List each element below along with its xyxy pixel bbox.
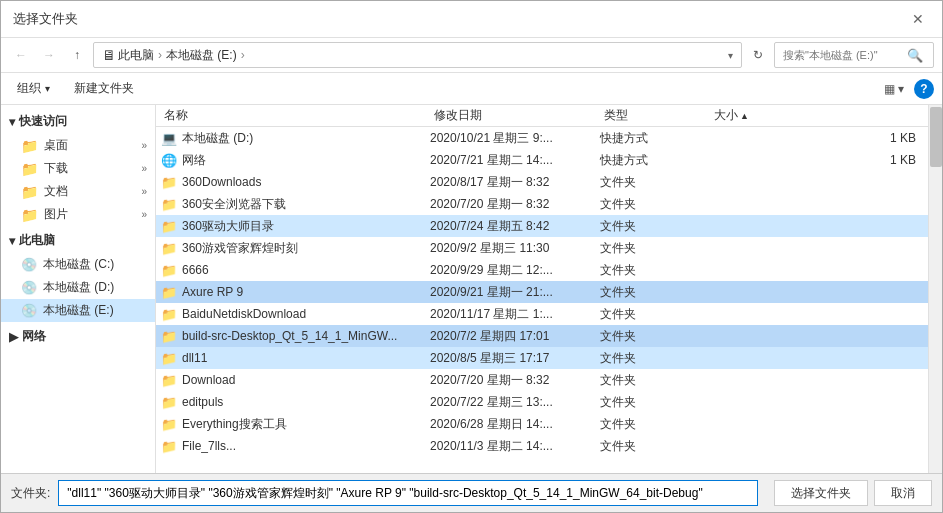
search-icon: 🔍 — [907, 48, 923, 63]
col-date-header[interactable]: 修改日期 — [430, 107, 600, 124]
table-row[interactable]: 🌐 网络 2020/7/21 星期二 14:... 快捷方式 1 KB — [156, 149, 928, 171]
filename-input[interactable] — [58, 480, 758, 506]
title-bar: 选择文件夹 ✕ — [1, 1, 942, 38]
table-row[interactable]: 📁 6666 2020/9/29 星期二 12:... 文件夹 — [156, 259, 928, 281]
table-row[interactable]: 📁 360游戏管家辉煌时刻 2020/9/2 星期三 11:30 文件夹 — [156, 237, 928, 259]
cancel-button[interactable]: 取消 — [874, 480, 932, 506]
table-row[interactable]: 📁 360Downloads 2020/8/17 星期一 8:32 文件夹 — [156, 171, 928, 193]
file-name: 360安全浏览器下载 — [182, 196, 430, 213]
sidebar-item-documents[interactable]: 📁 文档 » — [1, 180, 155, 203]
sidebar-item-pictures[interactable]: 📁 图片 » — [1, 203, 155, 226]
search-box[interactable]: 🔍 — [774, 42, 934, 68]
documents-arrow: » — [141, 186, 147, 197]
col-size-label: 大小 — [714, 107, 738, 124]
new-folder-label: 新建文件夹 — [74, 80, 134, 97]
quick-access-expand-icon: ▾ — [9, 115, 15, 129]
new-folder-button[interactable]: 新建文件夹 — [66, 78, 142, 99]
scroll-thumb[interactable] — [930, 107, 942, 167]
drive-e-icon: 💿 — [21, 303, 37, 318]
sidebar-item-downloads[interactable]: 📁 下载 » — [1, 157, 155, 180]
file-type: 文件夹 — [600, 438, 710, 455]
organize-label: 组织 — [17, 80, 41, 97]
forward-button[interactable]: → — [37, 43, 61, 67]
file-type: 文件夹 — [600, 284, 710, 301]
col-type-label: 类型 — [604, 107, 628, 124]
file-dialog: 选择文件夹 ✕ ← → ↑ 🖥 此电脑 › 本地磁盘 (E:) › ▾ ↻ 🔍 — [0, 0, 943, 513]
file-type: 文件夹 — [600, 328, 710, 345]
col-size-header[interactable]: 大小 ▲ — [710, 107, 924, 124]
organize-button[interactable]: 组织 ▾ — [9, 78, 58, 99]
file-name: build-src-Desktop_Qt_5_14_1_MinGW... — [182, 329, 430, 343]
file-date: 2020/11/3 星期二 14:... — [430, 438, 600, 455]
table-row[interactable]: 📁 build-src-Desktop_Qt_5_14_1_MinGW... 2… — [156, 325, 928, 347]
file-type-icon: 📁 — [160, 351, 178, 366]
file-name: BaiduNetdiskDownload — [182, 307, 430, 321]
help-label: ? — [920, 82, 927, 96]
close-button[interactable]: ✕ — [906, 9, 930, 29]
downloads-arrow: » — [141, 163, 147, 174]
file-type: 文件夹 — [600, 306, 710, 323]
address-dropdown-icon[interactable]: ▾ — [728, 50, 733, 61]
file-type-icon: 📁 — [160, 439, 178, 454]
search-input[interactable] — [783, 49, 903, 61]
network-section: ▶ 网络 — [1, 324, 155, 349]
file-type: 文件夹 — [600, 394, 710, 411]
table-row[interactable]: 📁 BaiduNetdiskDownload 2020/11/17 星期二 1:… — [156, 303, 928, 325]
pictures-arrow: » — [141, 209, 147, 220]
file-name: Axure RP 9 — [182, 285, 430, 299]
scrollbar[interactable] — [928, 105, 942, 473]
file-date: 2020/7/24 星期五 8:42 — [430, 218, 600, 235]
view-arrow: ▾ — [898, 82, 904, 96]
bottom-bar: 文件夹: 选择文件夹 取消 — [1, 473, 942, 512]
sidebar-item-drive-c[interactable]: 💿 本地磁盘 (C:) — [1, 253, 155, 276]
file-type-icon: 📁 — [160, 197, 178, 212]
file-date: 2020/7/21 星期二 14:... — [430, 152, 600, 169]
sidebar-item-drive-e[interactable]: 💿 本地磁盘 (E:) — [1, 299, 155, 322]
col-name-header[interactable]: 名称 — [160, 107, 430, 124]
col-date-label: 修改日期 — [434, 107, 482, 124]
help-button[interactable]: ? — [914, 79, 934, 99]
up-button[interactable]: ↑ — [65, 43, 89, 67]
file-list-header: 名称 修改日期 类型 大小 ▲ — [156, 105, 928, 127]
table-row[interactable]: 📁 360安全浏览器下载 2020/7/20 星期一 8:32 文件夹 — [156, 193, 928, 215]
address-path[interactable]: 🖥 此电脑 › 本地磁盘 (E:) › ▾ — [93, 42, 742, 68]
sidebar-item-drive-d[interactable]: 💿 本地磁盘 (D:) — [1, 276, 155, 299]
col-type-header[interactable]: 类型 — [600, 107, 710, 124]
file-type: 文件夹 — [600, 416, 710, 433]
table-row[interactable]: 📁 Download 2020/7/20 星期一 8:32 文件夹 — [156, 369, 928, 391]
view-button[interactable]: ▦ ▾ — [878, 80, 910, 98]
main-content: ▾ 快速访问 📁 桌面 » 📁 下载 » 📁 文档 » — [1, 105, 942, 473]
file-date: 2020/7/2 星期四 17:01 — [430, 328, 600, 345]
drive-c-icon: 💿 — [21, 257, 37, 272]
network-header[interactable]: ▶ 网络 — [1, 324, 155, 349]
table-row[interactable]: 📁 dll11 2020/8/5 星期三 17:17 文件夹 — [156, 347, 928, 369]
table-row[interactable]: 📁 360驱动大师目录 2020/7/24 星期五 8:42 文件夹 — [156, 215, 928, 237]
back-button[interactable]: ← — [9, 43, 33, 67]
file-name: 360游戏管家辉煌时刻 — [182, 240, 430, 257]
file-type-icon: 📁 — [160, 241, 178, 256]
quick-access-header[interactable]: ▾ 快速访问 — [1, 109, 155, 134]
table-row[interactable]: 📁 Everything搜索工具 2020/6/28 星期日 14:... 文件… — [156, 413, 928, 435]
path-separator: › — [158, 48, 162, 62]
file-name: 6666 — [182, 263, 430, 277]
this-pc-section: ▾ 此电脑 💿 本地磁盘 (C:) 💿 本地磁盘 (D:) 💿 本地磁盘 (E:… — [1, 228, 155, 322]
table-row[interactable]: 📁 File_7lls... 2020/11/3 星期二 14:... 文件夹 — [156, 435, 928, 457]
up-icon: ↑ — [74, 48, 80, 62]
table-row[interactable]: 💻 本地磁盘 (D:) 2020/10/21 星期三 9:... 快捷方式 1 … — [156, 127, 928, 149]
desktop-arrow: » — [141, 140, 147, 151]
desktop-icon: 📁 — [21, 138, 38, 154]
this-pc-label: 此电脑 — [19, 232, 55, 249]
file-type: 文件夹 — [600, 372, 710, 389]
sidebar-item-desktop[interactable]: 📁 桌面 » — [1, 134, 155, 157]
file-type: 文件夹 — [600, 240, 710, 257]
file-type-icon: 💻 — [160, 131, 178, 146]
filename-label: 文件夹: — [11, 485, 50, 502]
action-buttons: 选择文件夹 取消 — [774, 480, 932, 506]
this-pc-header[interactable]: ▾ 此电脑 — [1, 228, 155, 253]
table-row[interactable]: 📁 editpuls 2020/7/22 星期三 13:... 文件夹 — [156, 391, 928, 413]
desktop-label: 桌面 — [44, 137, 68, 154]
select-folder-button[interactable]: 选择文件夹 — [774, 480, 868, 506]
refresh-button[interactable]: ↻ — [746, 43, 770, 67]
table-row[interactable]: 📁 Axure RP 9 2020/9/21 星期一 21:... 文件夹 — [156, 281, 928, 303]
file-type-icon: 🌐 — [160, 153, 178, 168]
